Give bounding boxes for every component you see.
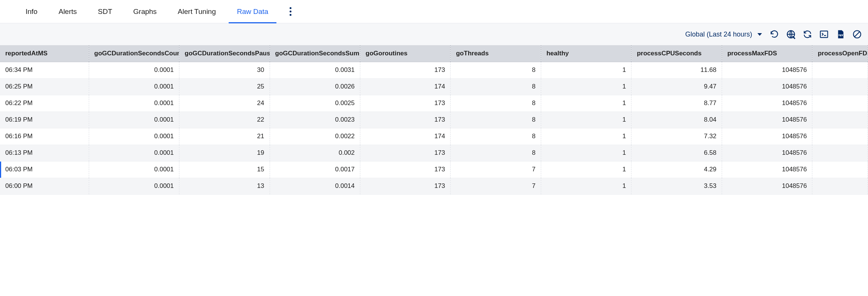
table-row[interactable]: 06:16 PM0.0001210.0022174817.321048576 — [0, 128, 868, 145]
table-cell: 8 — [451, 62, 541, 78]
table-cell: 9.47 — [631, 78, 722, 95]
table-row[interactable]: 06:19 PM0.0001220.0023173818.041048576 — [0, 111, 868, 128]
more-menu-icon[interactable] — [285, 7, 295, 17]
tab-alerts[interactable]: Alerts — [48, 0, 88, 23]
table-cell: 1 — [541, 178, 631, 194]
nodata-icon[interactable] — [851, 28, 863, 41]
table-cell: 22 — [179, 111, 270, 128]
col-gothreads[interactable]: goThreads — [451, 45, 541, 62]
table-row[interactable]: 06:13 PM0.0001190.002173816.581048576 — [0, 145, 868, 161]
table-cell: 0.0001 — [89, 111, 179, 128]
table-cell: 06:03 PM — [0, 161, 89, 178]
table-cell: 13 — [179, 178, 270, 194]
reset-icon[interactable] — [768, 28, 781, 41]
table-cell: 1 — [541, 145, 631, 161]
col-gogoroutines[interactable]: goGoroutines — [360, 45, 451, 62]
raw-data-table: reportedAtMS goGCDurationSecondsCount go… — [0, 45, 868, 195]
table-cell: 173 — [360, 178, 451, 194]
table-cell: 0.0017 — [270, 161, 360, 178]
col-processcpu[interactable]: processCPUSeconds — [631, 45, 722, 62]
table-cell: 06:25 PM — [0, 78, 89, 95]
table-cell: 0.0023 — [270, 111, 360, 128]
table-row[interactable]: 06:34 PM0.0001300.00311738111.681048576 — [0, 62, 868, 78]
col-processopenfds[interactable]: processOpenFDS — [812, 45, 868, 62]
tab-alert-tuning[interactable]: Alert Tuning — [167, 0, 226, 23]
csv-icon[interactable] — [834, 28, 847, 41]
table-cell: 8 — [451, 111, 541, 128]
table-cell: 24 — [179, 95, 270, 111]
globe-icon[interactable] — [785, 28, 797, 41]
table-cell: 06:13 PM — [0, 145, 89, 161]
table-cell: 0.0025 — [270, 95, 360, 111]
table-cell: 11.68 — [631, 62, 722, 78]
table-cell: 174 — [360, 78, 451, 95]
table-cell: 1048576 — [722, 78, 812, 95]
table-cell: 8 — [451, 145, 541, 161]
table-cell: 173 — [360, 145, 451, 161]
toolbar: Global (Last 24 hours) — [0, 23, 868, 45]
table-cell: 0.0014 — [270, 178, 360, 194]
table-cell: 173 — [360, 161, 451, 178]
console-icon[interactable] — [818, 28, 830, 41]
table-cell: 1048576 — [722, 95, 812, 111]
col-gogcduration-2[interactable]: goGCDurationSecondsPauseTotal — [179, 45, 270, 62]
table-cell — [812, 128, 868, 145]
refresh-icon[interactable] — [801, 28, 814, 41]
tab-info[interactable]: Info — [15, 0, 48, 23]
tab-raw-data[interactable]: Raw Data — [226, 0, 279, 23]
table-cell: 6.58 — [631, 145, 722, 161]
table-cell: 0.0001 — [89, 178, 179, 194]
table-row[interactable]: 06:00 PM0.0001130.0014173713.531048576 — [0, 178, 868, 194]
col-processmaxfds[interactable]: processMaxFDS — [722, 45, 812, 62]
col-gogcduration-1[interactable]: goGCDurationSecondsCount — [89, 45, 179, 62]
table-cell: 0.0001 — [89, 95, 179, 111]
table-cell: 1048576 — [722, 145, 812, 161]
table-cell: 173 — [360, 111, 451, 128]
table-cell: 7 — [451, 178, 541, 194]
table-cell — [812, 62, 868, 78]
table-cell: 30 — [179, 62, 270, 78]
table-cell: 8 — [451, 78, 541, 95]
table-row[interactable]: 06:22 PM0.0001240.0025173818.771048576 — [0, 95, 868, 111]
table-cell: 173 — [360, 95, 451, 111]
table-cell: 8 — [451, 95, 541, 111]
table-cell: 1048576 — [722, 178, 812, 194]
table-cell: 0.0001 — [89, 145, 179, 161]
table-row[interactable]: 06:25 PM0.0001250.0026174819.471048576 — [0, 78, 868, 95]
table-cell: 15 — [179, 161, 270, 178]
tab-sdt[interactable]: SDT — [87, 0, 123, 23]
table-cell — [812, 78, 868, 95]
table-cell: 1048576 — [722, 62, 812, 78]
table-cell: 174 — [360, 128, 451, 145]
table-cell: 1 — [541, 62, 631, 78]
table-cell: 06:19 PM — [0, 111, 89, 128]
table-cell — [812, 145, 868, 161]
table-header-row: reportedAtMS goGCDurationSecondsCount go… — [0, 45, 868, 62]
table-cell — [812, 95, 868, 111]
table-cell: 8.04 — [631, 111, 722, 128]
table-cell: 1048576 — [722, 111, 812, 128]
col-gogcduration-3[interactable]: goGCDurationSecondsSum — [270, 45, 360, 62]
table-cell: 06:00 PM — [0, 178, 89, 194]
col-reportedatms[interactable]: reportedAtMS — [0, 45, 89, 62]
col-healthy[interactable]: healthy — [541, 45, 631, 62]
table-cell: 173 — [360, 62, 451, 78]
table-cell: 0.0001 — [89, 128, 179, 145]
table-cell: 3.53 — [631, 178, 722, 194]
table-row[interactable]: 06:03 PM0.0001150.0017173714.291048576 — [0, 161, 868, 178]
table-cell: 7 — [451, 161, 541, 178]
table-cell: 0.0001 — [89, 62, 179, 78]
time-range-selector[interactable]: Global (Last 24 hours) — [683, 29, 764, 40]
chevron-down-icon — [757, 33, 762, 36]
table-cell — [812, 111, 868, 128]
table-cell: 0.0022 — [270, 128, 360, 145]
table-cell: 1 — [541, 78, 631, 95]
table-cell: 1048576 — [722, 128, 812, 145]
tabs-bar: Info Alerts SDT Graphs Alert Tuning Raw … — [0, 0, 868, 23]
table-cell: 21 — [179, 128, 270, 145]
table-cell: 8 — [451, 128, 541, 145]
table-cell: 0.0001 — [89, 161, 179, 178]
table-cell: 0.002 — [270, 145, 360, 161]
tab-graphs[interactable]: Graphs — [123, 0, 167, 23]
table-cell — [812, 161, 868, 178]
